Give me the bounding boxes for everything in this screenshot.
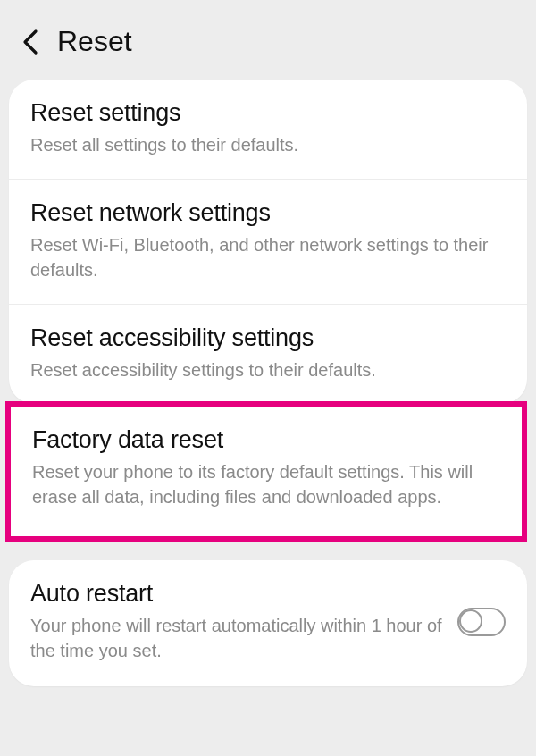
item-desc: Reset all settings to their defaults.	[30, 132, 506, 157]
page-header: Reset	[0, 0, 536, 80]
item-title: Auto restart	[30, 580, 443, 608]
item-desc: Reset your phone to its factory default …	[32, 459, 500, 509]
reset-network-settings-item[interactable]: Reset network settings Reset Wi-Fi, Blue…	[9, 179, 527, 304]
reset-settings-item[interactable]: Reset settings Reset all settings to the…	[9, 80, 527, 179]
item-title: Factory data reset	[32, 426, 500, 454]
factory-data-reset-item[interactable]: Factory data reset Reset your phone to i…	[5, 401, 527, 542]
auto-restart-card: Auto restart Your phone will restart aut…	[9, 560, 527, 686]
reset-accessibility-settings-item[interactable]: Reset accessibility settings Reset acces…	[9, 304, 527, 404]
reset-options-card: Reset settings Reset all settings to the…	[9, 80, 527, 404]
toggle-thumb	[459, 609, 482, 633]
item-title: Reset accessibility settings	[30, 324, 506, 352]
item-desc: Your phone will restart automatically wi…	[30, 613, 443, 663]
item-desc: Reset accessibility settings to their de…	[30, 357, 506, 382]
item-desc: Reset Wi-Fi, Bluetooth, and other networ…	[30, 232, 506, 282]
item-title: Reset network settings	[30, 199, 506, 227]
page-title: Reset	[57, 25, 132, 58]
auto-restart-toggle[interactable]	[457, 608, 506, 636]
back-icon[interactable]	[21, 28, 39, 56]
auto-restart-item[interactable]: Auto restart Your phone will restart aut…	[9, 560, 527, 686]
item-title: Reset settings	[30, 99, 506, 127]
